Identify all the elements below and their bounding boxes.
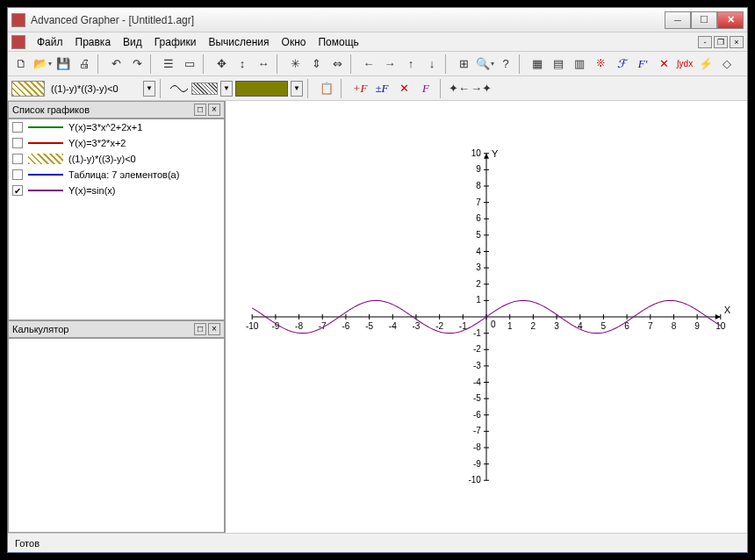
props-button[interactable]: 📋: [317, 79, 336, 98]
graphs-panel-close-button[interactable]: ×: [208, 104, 220, 116]
mdi-minimize-button[interactable]: -: [698, 36, 712, 48]
mdi-close-button[interactable]: ×: [730, 36, 744, 48]
tangent-button[interactable]: ✕: [654, 54, 673, 74]
checkbox[interactable]: [12, 169, 23, 180]
graphs-panel-header: Список графиков □ ×: [8, 101, 225, 118]
add-func-button[interactable]: +F: [350, 79, 370, 98]
intersect-button[interactable]: ፠: [591, 54, 610, 74]
svg-text:3: 3: [554, 321, 559, 331]
svg-text:8: 8: [672, 321, 677, 331]
checkbox[interactable]: [12, 122, 23, 133]
graphs-panel-float-button[interactable]: □: [194, 104, 206, 116]
help-button[interactable]: ?: [496, 54, 515, 74]
calc-panel-title: Калькулятор: [12, 324, 192, 334]
svg-text:-3: -3: [473, 361, 481, 370]
graph-list: Y(x)=3*x^2+2x+1Y(x)=3*2*x+2((1)-y)*((3)-…: [8, 118, 225, 320]
zoom-v-button[interactable]: ⇕: [306, 54, 326, 74]
svg-text:0: 0: [491, 319, 496, 329]
menu-view[interactable]: Вид: [117, 36, 148, 48]
svg-text:2: 2: [531, 321, 536, 331]
delete-func-button[interactable]: ✕: [394, 79, 413, 98]
toolbar-main: 🗋 📂 💾 🖨 ↶ ↷ ☰ ▭ ✥ ↕ ↔ ✳ ⇕ ⇔ ← → ↑ ↓ ⊞ 🔍 …: [8, 52, 747, 76]
new-button[interactable]: 🗋: [11, 54, 31, 74]
print-button[interactable]: 🖨: [75, 54, 94, 74]
list-item[interactable]: Y(x)=3*x^2+2x+1: [9, 119, 224, 135]
window-title: Advanced Grapher - [Untitled1.agr]: [31, 14, 665, 26]
hatch-style-button[interactable]: [191, 83, 218, 95]
sine-icon[interactable]: [169, 83, 189, 95]
integral-button[interactable]: ∫ydx: [675, 54, 694, 74]
grid-button[interactable]: ⊞: [454, 54, 473, 74]
svg-text:-6: -6: [342, 321, 349, 331]
menu-window[interactable]: Окно: [276, 36, 313, 48]
close-button[interactable]: ✕: [717, 11, 744, 29]
edit-func-button[interactable]: ±F: [372, 79, 392, 98]
list-item[interactable]: Таблица: 7 элементов(а): [9, 167, 224, 183]
svg-text:10: 10: [471, 148, 482, 158]
svg-text:-6: -6: [473, 410, 481, 420]
list-item[interactable]: ✔Y(x)=sin(x): [9, 183, 224, 198]
graphs-panel-title: Список графиков: [12, 104, 192, 115]
checkbox[interactable]: [12, 138, 23, 148]
checkbox[interactable]: ✔: [12, 185, 23, 196]
arrow-left-button[interactable]: ←: [359, 54, 378, 74]
move-button[interactable]: ✥: [212, 54, 231, 74]
menu-file[interactable]: Файл: [31, 36, 69, 48]
arrow-up-button[interactable]: ↑: [401, 54, 421, 74]
fill-pattern-swatch[interactable]: [11, 81, 45, 97]
svg-text:1: 1: [476, 295, 481, 305]
color-swatch[interactable]: [235, 81, 288, 97]
arrow-right-button[interactable]: →: [380, 54, 399, 74]
star-right-button[interactable]: →✦: [471, 79, 491, 98]
mdi-restore-button[interactable]: ❐: [714, 36, 728, 48]
up-down-button[interactable]: ↕: [233, 54, 252, 74]
func-list-button[interactable]: F: [416, 79, 435, 98]
list-item[interactable]: Y(x)=3*2*x+2: [9, 135, 224, 151]
svg-text:10: 10: [715, 321, 726, 331]
svg-text:-3: -3: [412, 321, 420, 331]
star-left-button[interactable]: ✦←: [449, 79, 469, 98]
trace-button[interactable]: ⚡: [696, 54, 715, 74]
calc-panel-float-button[interactable]: □: [194, 323, 206, 335]
checkbox[interactable]: [12, 154, 23, 164]
color-dropdown[interactable]: ▼: [291, 81, 303, 97]
svg-text:-9: -9: [473, 459, 481, 469]
save-button[interactable]: 💾: [54, 54, 73, 74]
table-button[interactable]: ▤: [549, 54, 568, 74]
zoom-h-button[interactable]: ⇔: [327, 54, 347, 74]
svg-text:-10: -10: [468, 475, 481, 485]
calc-button[interactable]: ▦: [528, 54, 547, 74]
svg-text:3: 3: [476, 262, 481, 272]
redo-button[interactable]: ↷: [127, 54, 147, 74]
plot-area[interactable]: XY-10-9-8-7-6-5-4-3-2-112345678910-10-9-…: [226, 101, 747, 533]
list-button[interactable]: ☰: [159, 54, 178, 74]
list-item[interactable]: ((1)-y)*((3)-y)<0: [9, 151, 224, 167]
fprime-button[interactable]: F': [633, 54, 652, 74]
menu-graphs[interactable]: Графики: [148, 36, 203, 48]
calc-panel-header: Калькулятор □ ×: [8, 320, 225, 338]
grid2-button[interactable]: ▥: [570, 54, 589, 74]
region-button[interactable]: ▭: [180, 54, 199, 74]
hatch-dropdown[interactable]: ▼: [220, 81, 233, 97]
calculator-panel[interactable]: [8, 338, 225, 533]
open-button[interactable]: 📂: [32, 54, 52, 74]
svg-text:-5: -5: [365, 321, 373, 331]
menu-help[interactable]: Помощь: [312, 36, 364, 48]
maximize-button[interactable]: ☐: [691, 11, 717, 29]
svg-text:-8: -8: [295, 321, 303, 331]
menu-edit[interactable]: Правка: [69, 36, 118, 48]
menu-calc[interactable]: Вычисления: [202, 36, 275, 48]
series-label: Y(x)=3*x^2+2x+1: [68, 122, 142, 133]
extra-button[interactable]: ◇: [717, 54, 737, 74]
arrow-down-button[interactable]: ↓: [422, 54, 442, 74]
minimize-button[interactable]: ─: [665, 11, 691, 29]
formula-dropdown[interactable]: ▼: [143, 81, 155, 97]
undo-button[interactable]: ↶: [106, 54, 126, 74]
plot-canvas: XY-10-9-8-7-6-5-4-3-2-112345678910-10-9-…: [226, 101, 747, 533]
series-label: Y(x)=3*2*x+2: [68, 138, 126, 148]
derivative-button[interactable]: ℱ: [612, 54, 631, 74]
left-right-button[interactable]: ↔: [254, 54, 273, 74]
zoom-button[interactable]: 🔍: [475, 54, 494, 74]
calc-panel-close-button[interactable]: ×: [208, 323, 220, 335]
zoom-center-button[interactable]: ✳: [285, 54, 305, 74]
